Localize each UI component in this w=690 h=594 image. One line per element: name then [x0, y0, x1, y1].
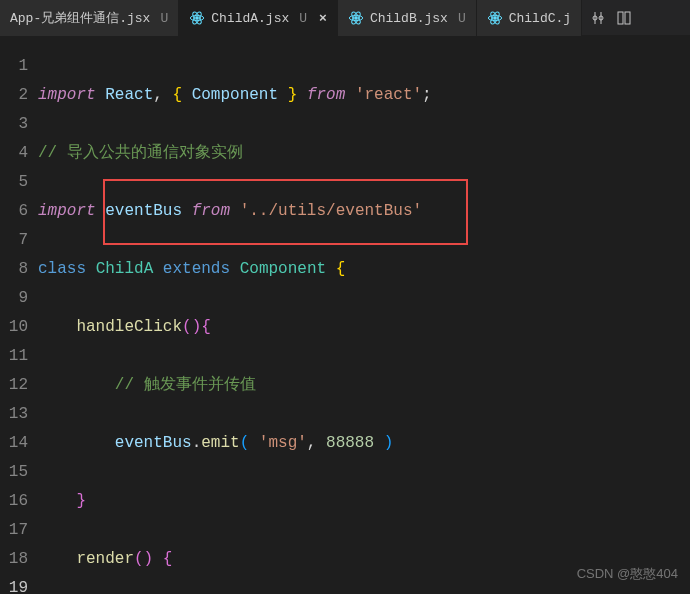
code-area[interactable]: import React, { Component } from 'react'…	[38, 36, 684, 594]
split-icon[interactable]	[616, 10, 632, 26]
unsaved-indicator: U	[160, 11, 168, 26]
react-icon	[348, 10, 364, 26]
tab-label: ChildA.jsx	[211, 11, 289, 26]
close-icon[interactable]: ×	[319, 11, 327, 26]
svg-point-8	[493, 17, 496, 20]
tab-label: ChildB.jsx	[370, 11, 448, 26]
tab-label: ChildC.j	[509, 11, 571, 26]
tab-childc[interactable]: ChildC.j	[477, 0, 582, 36]
react-icon	[487, 10, 503, 26]
svg-rect-12	[618, 12, 623, 24]
svg-point-0	[196, 17, 199, 20]
tab-bar: App-兄弟组件通信.jsx U ChildA.jsx U × ChildB.j…	[0, 0, 690, 36]
tab-childa[interactable]: ChildA.jsx U ×	[179, 0, 338, 36]
react-icon	[189, 10, 205, 26]
svg-rect-13	[625, 12, 630, 24]
minimap[interactable]	[684, 36, 690, 594]
compare-icon[interactable]	[590, 10, 606, 26]
unsaved-indicator: U	[299, 11, 307, 26]
tab-app[interactable]: App-兄弟组件通信.jsx U	[0, 0, 179, 36]
unsaved-indicator: U	[458, 11, 466, 26]
line-gutter: 123 456 789 101112 1314 151617 1819	[0, 36, 38, 594]
tab-label: App-兄弟组件通信.jsx	[10, 9, 150, 27]
watermark: CSDN @憨憨404	[577, 559, 678, 588]
tab-childb[interactable]: ChildB.jsx U	[338, 0, 477, 36]
editor[interactable]: 123 456 789 101112 1314 151617 1819 impo…	[0, 36, 690, 594]
svg-point-4	[355, 17, 358, 20]
